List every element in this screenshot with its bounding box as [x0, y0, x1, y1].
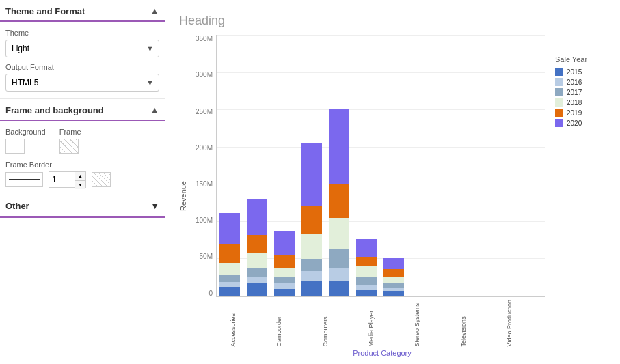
grid-line-350 — [217, 35, 545, 36]
frame-color-box[interactable] — [59, 139, 79, 154]
legend-item: 2019 — [555, 109, 599, 117]
theme-label: Theme — [5, 29, 159, 37]
frame-background-header: Frame and background ▲ — [0, 99, 165, 121]
chart-container: 0 50M 100M 150M 200M 250M 300M 350M — [190, 35, 545, 357]
spinner-down-button[interactable]: ▼ — [75, 181, 85, 189]
chart-area: Revenue 0 50M 100M 150M 200M 250M 300M 3… — [179, 35, 606, 357]
frame-label: Frame — [59, 128, 81, 136]
bar-segment-2018 — [356, 266, 377, 277]
bar-label: Accessories — [230, 300, 256, 346]
bar-segment-2020 — [356, 239, 377, 257]
y-tick-250: 250M — [196, 108, 213, 115]
bar-group — [247, 199, 267, 296]
bar-segment-2016 — [247, 277, 267, 283]
legend-item: 2015 — [555, 68, 599, 76]
bar-labels: AccessoriesCamcorderComputersMedia Playe… — [190, 300, 545, 346]
bar-segment-2019 — [219, 244, 240, 263]
grid-line-300 — [217, 72, 545, 73]
bar-label: Televisions — [460, 300, 486, 346]
bar-segment-2019 — [356, 257, 377, 266]
bar-segment-2019 — [274, 255, 295, 268]
bar-segment-2015 — [383, 291, 404, 296]
bar-label: Media Player — [368, 300, 394, 346]
spinner-up-button[interactable]: ▲ — [75, 172, 85, 181]
line-preview-hr — [9, 179, 40, 180]
theme-select-wrapper: Light Dark Custom ▼ — [5, 40, 159, 57]
bar-segment-2017 — [247, 268, 267, 277]
legend-item: 2016 — [555, 78, 599, 86]
bar-segment-2017 — [383, 283, 404, 288]
theme-format-body: Theme Light Dark Custom ▼ Output Format … — [0, 22, 165, 98]
frame-background-title: Frame and background — [5, 105, 104, 115]
background-label: Background — [5, 128, 46, 136]
legend-label: 2019 — [567, 109, 582, 117]
legend-color-box — [555, 88, 563, 96]
grid-line-150 — [217, 184, 545, 184]
bar-segment-2017 — [329, 249, 349, 268]
frame-border-input[interactable] — [49, 172, 75, 187]
bar-segment-2017 — [301, 259, 322, 271]
right-panel: Heading Revenue 0 50M 100M 150M 200M 250… — [165, 0, 620, 364]
other-section-header[interactable]: Other ▼ — [0, 195, 165, 218]
bar-segment-2017 — [356, 277, 377, 285]
frame-background-collapse-icon[interactable]: ▲ — [150, 104, 159, 115]
bar-segment-2015 — [247, 283, 267, 296]
legend-items: 201520162017201820192020 — [555, 68, 599, 129]
bar-group — [356, 239, 377, 296]
bar-segment-2018 — [274, 268, 295, 277]
bar-segment-2016 — [329, 268, 349, 280]
legend-title: Sale Year — [555, 55, 599, 64]
y-tick-300: 300M — [196, 71, 213, 79]
legend-item: 2018 — [555, 98, 599, 107]
bar-group — [301, 143, 322, 296]
bar-segment-2020 — [329, 109, 349, 184]
bar-segment-2019 — [383, 269, 404, 277]
bar-group — [383, 258, 404, 296]
bar-segment-2018 — [301, 234, 322, 259]
bar-segment-2015 — [356, 290, 377, 296]
theme-format-collapse-icon[interactable]: ▲ — [150, 5, 159, 16]
theme-format-section-header: Theme and Format ▲ — [0, 0, 165, 22]
output-format-select-wrapper: HTML5 PDF PNG SVG ▼ — [5, 74, 159, 92]
frame-background-body: Background Frame Frame Border ▲ ▼ — [0, 121, 165, 195]
background-item: Background — [5, 128, 46, 154]
frame-border-spinner: ▲ ▼ — [49, 171, 86, 188]
output-format-select[interactable]: HTML5 PDF PNG SVG — [5, 74, 159, 92]
border-pattern-box[interactable] — [92, 172, 111, 187]
theme-format-title: Theme and Format — [5, 6, 85, 16]
bar-segment-2017 — [274, 277, 295, 283]
legend-color-box — [555, 78, 563, 86]
bar-label: Video Production — [506, 300, 532, 346]
bar-group — [274, 231, 295, 296]
legend-label: 2016 — [567, 79, 582, 86]
chart-heading: Heading — [179, 14, 606, 28]
bar-segment-2015 — [301, 281, 322, 296]
frame-border-row: ▲ ▼ — [5, 171, 159, 188]
background-color-box[interactable] — [5, 139, 25, 154]
frame-background-section: Frame and background ▲ Background Frame … — [0, 98, 165, 195]
y-tick-100: 100M — [196, 216, 213, 224]
bar-segment-2018 — [247, 253, 267, 268]
legend-label: 2018 — [567, 99, 582, 107]
grid-line-200 — [217, 147, 545, 148]
bg-frame-row: Background Frame — [5, 128, 159, 154]
y-tick-150: 150M — [196, 180, 213, 188]
bar-group — [219, 213, 240, 296]
bar-segment-2019 — [247, 235, 267, 253]
bar-label: Stereo Systems — [414, 300, 440, 346]
other-expand-icon[interactable]: ▼ — [150, 201, 159, 211]
legend-color-box — [555, 98, 563, 107]
x-axis-label: Product Category — [190, 349, 545, 357]
y-tick-350: 350M — [196, 35, 213, 42]
left-panel: Theme and Format ▲ Theme Light Dark Cust… — [0, 0, 165, 364]
bar-segment-2020 — [219, 213, 240, 244]
bar-segment-2016 — [219, 282, 240, 287]
legend-label: 2017 — [567, 89, 582, 96]
bar-group — [329, 109, 349, 296]
y-tick-50: 50M — [200, 253, 213, 260]
theme-select[interactable]: Light Dark Custom — [5, 40, 159, 57]
legend-item: 2017 — [555, 88, 599, 96]
bar-segment-2015 — [274, 289, 295, 296]
bar-segment-2016 — [301, 271, 322, 281]
bar-segment-2019 — [301, 206, 322, 234]
